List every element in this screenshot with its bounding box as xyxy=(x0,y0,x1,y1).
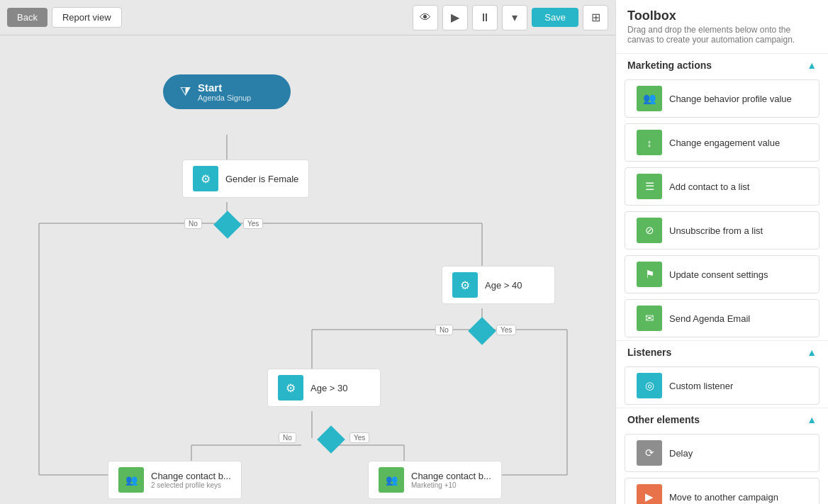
play-icon: ▶ xyxy=(451,11,459,24)
toolbox-delay-item[interactable]: ⟳ Delay xyxy=(625,434,819,472)
toolbox-update-consent-item[interactable]: ⚑ Update consent settings xyxy=(625,255,819,293)
delay-label: Delay xyxy=(669,448,693,459)
change-contact-b1-sublabel: 2 selected profile keys xyxy=(151,481,231,489)
gear-icon-box: ⚙ xyxy=(193,166,218,191)
report-view-button[interactable]: Report view xyxy=(52,7,122,28)
age40-condition-node[interactable]: ⚙ Age > 40 xyxy=(442,266,555,304)
toolbox-title: Toolbox xyxy=(616,9,828,25)
add-contact-label: Add contact to a list xyxy=(669,181,749,192)
change-behavior-label: Change behavior profile value xyxy=(669,94,792,104)
change-contact-b2-sublabel: Marketing +10 xyxy=(411,481,491,489)
custom-listener-icon: ◎ xyxy=(637,373,662,398)
listeners-collapse-icon[interactable]: ▲ xyxy=(807,347,817,358)
toolbox-add-contact-item[interactable]: ☰ Add contact to a list xyxy=(625,167,819,206)
toolbox-panel: Toolbox Drag and drop the elements below… xyxy=(615,0,828,504)
eye-icon: 👁 xyxy=(420,11,431,24)
custom-listener-label: Custom listener xyxy=(669,381,733,391)
age40-diamond xyxy=(468,317,496,345)
toolbox-unsubscribe-item[interactable]: ⊘ Unsubscribe from a list xyxy=(625,211,819,250)
delay-icon: ⟳ xyxy=(637,440,662,466)
action-box-2: 👥 xyxy=(379,467,404,493)
save-button[interactable]: Save xyxy=(532,8,578,27)
age40-condition-label: Age > 40 xyxy=(485,280,522,291)
age30-diamond xyxy=(317,425,345,454)
listeners-section-header: Listeners ▲ xyxy=(616,340,828,364)
chevron-down-icon: ▾ xyxy=(512,11,518,24)
unsubscribe-label: Unsubscribe from a list xyxy=(669,225,763,236)
back-button[interactable]: Back xyxy=(7,8,47,27)
send-email-icon: ✉ xyxy=(637,306,662,331)
filter-icon: ⧩ xyxy=(180,84,191,99)
eye-icon-button[interactable]: 👁 xyxy=(413,5,438,30)
start-node-title: Start xyxy=(198,82,251,94)
marketing-actions-title: Marketing actions xyxy=(627,60,712,71)
change-contact-b2-label: Change contact b... xyxy=(411,471,491,481)
marketing-actions-collapse-icon[interactable]: ▲ xyxy=(807,60,817,71)
age40-yes-label: Yes xyxy=(496,325,516,335)
action-box-1: 👥 xyxy=(118,467,144,493)
update-consent-label: Update consent settings xyxy=(669,269,768,280)
toolbox-change-engagement-item[interactable]: ↕ Change engagement value xyxy=(625,123,819,162)
layout-button[interactable]: ⊞ xyxy=(583,5,608,30)
add-contact-icon: ☰ xyxy=(637,174,662,199)
layout-icon: ⊞ xyxy=(591,11,600,24)
toolbox-move-campaign-item[interactable]: ▶ Move to another campaign xyxy=(625,478,819,504)
age30-no-label: No xyxy=(279,432,296,443)
update-consent-icon: ⚑ xyxy=(637,262,662,287)
play-button[interactable]: ▶ xyxy=(442,5,468,30)
age40-no-label: No xyxy=(435,325,453,335)
change-contact-b2-node[interactable]: 👥 Change contact b... Marketing +10 xyxy=(368,461,502,499)
pause-icon: ⏸ xyxy=(479,11,491,24)
toolbox-custom-listener-item[interactable]: ◎ Custom listener xyxy=(625,366,819,405)
toolbar: Back Report view 👁 ▶ ⏸ ▾ Save ⊞ xyxy=(0,0,615,35)
start-node-subtitle: Agenda Signup xyxy=(198,94,251,102)
gender-condition-node[interactable]: ⚙ Gender is Female xyxy=(182,159,309,198)
toolbox-subtitle: Drag and drop the elements below onto th… xyxy=(616,25,828,53)
change-behavior-icon: 👥 xyxy=(637,86,662,111)
gender-condition-label: Gender is Female xyxy=(225,174,298,184)
toolbox-change-behavior-item[interactable]: 👥 Change behavior profile value xyxy=(625,79,819,118)
move-campaign-label: Move to another campaign xyxy=(669,492,778,503)
gender-yes-label: Yes xyxy=(243,218,263,229)
age30-condition-label: Age > 30 xyxy=(310,383,347,393)
send-email-label: Send Agenda Email xyxy=(669,313,750,324)
other-elements-collapse-icon[interactable]: ▲ xyxy=(807,414,817,425)
dropdown-button[interactable]: ▾ xyxy=(502,5,527,30)
change-contact-b1-label: Change contact b... xyxy=(151,471,231,481)
move-campaign-icon: ▶ xyxy=(637,484,662,504)
age30-gear-icon-box: ⚙ xyxy=(278,375,303,401)
age30-yes-label: Yes xyxy=(349,432,369,443)
start-node[interactable]: ⧩ Start Agenda Signup xyxy=(163,74,291,109)
gender-diamond xyxy=(213,211,242,239)
listeners-title: Listeners xyxy=(627,347,671,358)
toolbox-send-email-item[interactable]: ✉ Send Agenda Email xyxy=(625,299,819,337)
age30-condition-node[interactable]: ⚙ Age > 30 xyxy=(267,369,381,407)
unsubscribe-icon: ⊘ xyxy=(637,218,662,243)
flow-canvas: ⧩ Start Agenda Signup ⚙ Gender is Female… xyxy=(0,35,615,504)
change-contact-b1-node[interactable]: 👥 Change contact b... 2 selected profile… xyxy=(108,461,242,499)
pause-button[interactable]: ⏸ xyxy=(472,5,498,30)
other-elements-section-header: Other elements ▲ xyxy=(616,408,828,431)
other-elements-title: Other elements xyxy=(627,414,700,425)
age40-gear-icon-box: ⚙ xyxy=(452,272,478,298)
marketing-actions-section-header: Marketing actions ▲ xyxy=(616,53,828,77)
gender-no-label: No xyxy=(184,218,202,229)
change-engagement-label: Change engagement value xyxy=(669,138,780,148)
change-engagement-icon: ↕ xyxy=(637,130,662,155)
